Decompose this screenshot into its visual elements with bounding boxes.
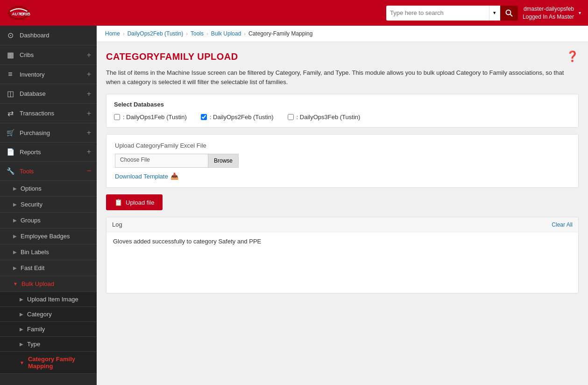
app-header: AUTO CRIB ▾ dmaster-dailyopsfeb Logged I…: [0, 0, 588, 26]
sidebar-subsubitem-label-category-family-mapping: Category Family Mapping: [28, 356, 91, 370]
sidebar-item-inventory[interactable]: ≡ Inventory +: [0, 65, 97, 84]
db-option-1[interactable]: : DailyOps1Feb (Tustin): [114, 114, 187, 121]
upload-excel-label: Upload CategoryFamily Excel File: [115, 142, 570, 149]
download-template-icon: 📥: [170, 172, 178, 180]
sidebar-label-inventory: Inventory: [20, 71, 82, 78]
sidebar-subitem-label-fast-edit: Fast Edit: [21, 264, 44, 271]
breadcrumb-bulk-upload[interactable]: Bulk Upload: [211, 30, 241, 37]
help-icon[interactable]: ❓: [566, 50, 579, 63]
category-family-mapping-arrow-icon: ▼: [20, 360, 24, 365]
upload-file-section: Upload CategoryFamily Excel File Choose …: [106, 134, 579, 188]
reports-expand-icon: +: [87, 148, 91, 156]
sidebar-subitem-label-groups: Groups: [21, 217, 41, 224]
database-expand-icon: +: [87, 90, 91, 98]
clear-all-button[interactable]: Clear All: [552, 221, 573, 228]
sidebar-subitem-options[interactable]: ▶ Options: [0, 181, 97, 197]
sidebar-subsubitem-category[interactable]: ▶ Category: [0, 307, 97, 322]
breadcrumb-sep-3: ›: [206, 31, 208, 36]
sidebar-subitem-groups[interactable]: ▶ Groups: [0, 213, 97, 228]
sidebar-label-transactions: Transactions: [20, 110, 82, 117]
breadcrumb-current: Category-Family Mapping: [248, 30, 312, 37]
purchasing-icon: 🛒: [6, 129, 15, 136]
log-section: Log Clear All Gloves added successfully …: [106, 217, 579, 293]
db-option-3[interactable]: : DailyOps3Feb (Tustin): [288, 114, 361, 121]
db-option-2[interactable]: : DailyOps2Feb (Tustin): [201, 114, 274, 121]
sidebar-item-dashboard[interactable]: ⊙ Dashboard: [0, 26, 97, 45]
sidebar-item-transactions[interactable]: ⇄ Transactions +: [0, 104, 97, 123]
cribs-expand-icon: +: [87, 51, 91, 59]
sidebar-subitem-fast-edit[interactable]: ▶ Fast Edit: [0, 260, 97, 276]
user-info: dmaster-dailyopsfeb Logged In As Master: [523, 5, 574, 21]
bin-labels-arrow-icon: ▶: [13, 250, 17, 255]
search-button[interactable]: [500, 6, 518, 21]
tools-collapse-icon: −: [87, 167, 91, 175]
search-input[interactable]: [386, 6, 489, 21]
sidebar-subsubitem-type[interactable]: ▶ Type: [0, 337, 97, 352]
search-container: ▾: [386, 6, 518, 21]
user-role: Logged In As Master: [523, 13, 574, 21]
sidebar-item-reports[interactable]: 📄 Reports +: [0, 143, 97, 162]
logo-icon: AUTO CRIB: [7, 4, 30, 22]
breadcrumb-sep-1: ›: [123, 31, 125, 36]
cribs-icon: ▦: [6, 50, 15, 59]
purchasing-expand-icon: +: [87, 128, 91, 137]
user-menu-chevron[interactable]: ▾: [579, 10, 581, 15]
sidebar-subitem-label-options: Options: [21, 185, 42, 192]
download-template-link[interactable]: Download Template 📥: [115, 172, 570, 180]
sidebar-label-cribs: Cribs: [20, 51, 82, 58]
inventory-expand-icon: +: [87, 70, 91, 78]
browse-button[interactable]: Browse: [208, 154, 239, 168]
sidebar-subitem-security[interactable]: ▶ Security: [0, 197, 97, 213]
upload-btn-icon: 📋: [114, 199, 122, 206]
sidebar-label-purchasing: Purchasing: [20, 129, 82, 136]
fast-edit-arrow-icon: ▶: [13, 265, 17, 271]
sidebar-item-cribs[interactable]: ▦ Cribs +: [0, 45, 97, 65]
db-checkbox-3[interactable]: [288, 114, 294, 120]
svg-text:CRIB: CRIB: [20, 11, 31, 16]
sidebar-item-database[interactable]: ◫ Database +: [0, 84, 97, 104]
options-arrow-icon: ▶: [13, 186, 17, 191]
sidebar-subitem-bin-labels[interactable]: ▶ Bin Labels: [0, 244, 97, 260]
download-template-label: Download Template: [115, 173, 168, 180]
search-dropdown-btn[interactable]: ▾: [489, 6, 500, 21]
sidebar-subsubitem-category-family-mapping[interactable]: ▼ Category Family Mapping: [0, 352, 97, 374]
log-header: Log Clear All: [106, 217, 578, 232]
db-checkbox-2[interactable]: [201, 114, 207, 120]
db-label-1: : DailyOps1Feb (Tustin): [123, 114, 187, 121]
page-header: CATEGORYFAMILY UPLOAD ❓: [106, 50, 579, 63]
svg-point-4: [506, 10, 510, 14]
main-layout: ⊙ Dashboard ▦ Cribs + ≡ Inventory + ◫ Da…: [0, 26, 588, 385]
sidebar-subitem-bulk-upload[interactable]: ▼ Bulk Upload: [0, 276, 97, 292]
family-arrow-icon: ▶: [20, 327, 23, 332]
sidebar-subsubitem-family[interactable]: ▶ Family: [0, 322, 97, 337]
sidebar-subsubitem-label-upload-item-image: Upload Item Image: [27, 296, 78, 303]
sidebar-item-tools[interactable]: 🔧 Tools −: [0, 162, 97, 181]
select-databases-section: Select Databases : DailyOps1Feb (Tustin)…: [106, 94, 579, 128]
breadcrumb-tools[interactable]: Tools: [191, 30, 204, 37]
main-content: Home › DailyOps2Feb (Tustin) › Tools › B…: [97, 26, 588, 385]
db-label-2: : DailyOps2Feb (Tustin): [210, 114, 274, 121]
sidebar-subsubitem-upload-item-image[interactable]: ▶ Upload Item Image: [0, 292, 97, 307]
category-arrow-icon: ▶: [20, 312, 23, 317]
log-content: Gloves added successfully to category Sa…: [106, 232, 578, 293]
sidebar-subitem-employee-badges[interactable]: ▶ Employee Badges: [0, 228, 97, 244]
breadcrumb-home[interactable]: Home: [105, 30, 120, 37]
search-icon: [505, 9, 513, 17]
select-databases-label: Select Databases: [114, 101, 571, 108]
database-icon: ◫: [6, 89, 15, 98]
log-message: Gloves added successfully to category Sa…: [113, 238, 261, 245]
tools-icon: 🔧: [6, 167, 15, 175]
upload-item-image-arrow-icon: ▶: [20, 297, 23, 302]
sidebar-item-purchasing[interactable]: 🛒 Purchasing +: [0, 123, 97, 143]
transactions-expand-icon: +: [87, 109, 91, 118]
sidebar-subitem-label-employee-badges: Employee Badges: [21, 233, 70, 240]
db-checkbox-1[interactable]: [114, 114, 120, 120]
page-description: The list of items in the Machine Issue s…: [106, 68, 579, 86]
sidebar-subsubitem-label-category: Category: [27, 311, 52, 318]
header-right: ▾ dmaster-dailyopsfeb Logged In As Maste…: [386, 5, 581, 21]
upload-file-button[interactable]: 📋 Upload file: [106, 194, 163, 210]
inventory-icon: ≡: [6, 70, 15, 78]
user-name: dmaster-dailyopsfeb: [523, 5, 574, 13]
security-arrow-icon: ▶: [13, 202, 17, 207]
breadcrumb-dailyops[interactable]: DailyOps2Feb (Tustin): [128, 30, 184, 37]
